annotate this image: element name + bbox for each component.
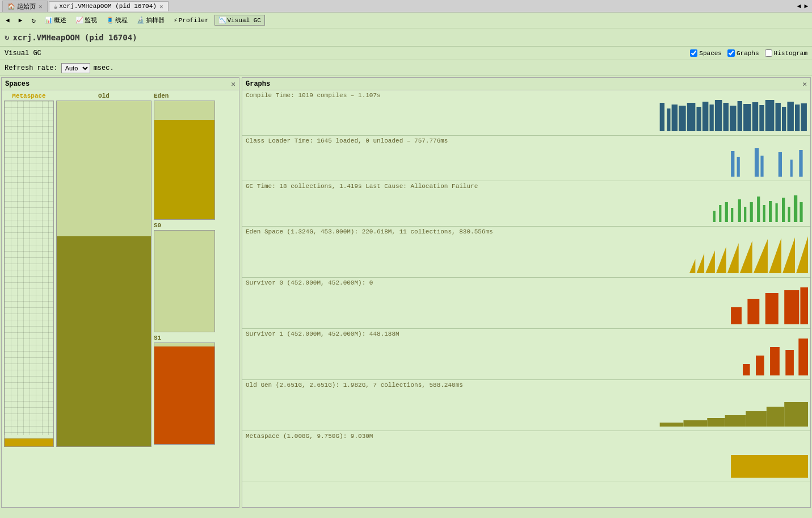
survivor1-row: Survivor 1 (452.000M, 452.000M): 448.188… xyxy=(242,329,810,380)
nav-forward-icon: ▶ xyxy=(19,16,23,24)
svg-rect-31 xyxy=(731,208,733,222)
histogram-checkbox[interactable] xyxy=(765,49,772,57)
page-title: xcrj.VMHeapOOM (pid 16704) xyxy=(12,33,137,42)
title-refresh-icon: ↻ xyxy=(5,32,9,42)
svg-rect-69 xyxy=(784,402,808,427)
monitor-icon: 📈 xyxy=(75,16,83,24)
start-tab-icon: 🏠 xyxy=(7,3,15,10)
svg-rect-57 xyxy=(800,287,808,324)
gc-time-row: GC Time: 18 collections, 1.419s Last Cau… xyxy=(242,181,810,227)
s1-section: S1 xyxy=(154,335,215,445)
svg-rect-68 xyxy=(767,407,784,427)
svg-marker-46 xyxy=(716,247,726,273)
s1-label: S1 xyxy=(154,335,215,341)
eden-space-title: Eden Space (1.324G, 453.000M): 220.618M,… xyxy=(242,227,810,235)
refresh-rate-label: Refresh rate: xyxy=(5,64,58,72)
class-loader-title: Class Loader Time: 1645 loaded, 0 unload… xyxy=(242,136,810,144)
svg-rect-19 xyxy=(795,105,800,131)
s1-block xyxy=(154,342,215,445)
svg-marker-48 xyxy=(740,241,752,273)
win-nav-back[interactable]: ◀ xyxy=(796,2,803,10)
svg-rect-16 xyxy=(776,103,781,131)
visualgc-label: Visual GC xyxy=(228,17,261,24)
survivor0-title: Survivor 0 (452.000M, 452.000M): 0 xyxy=(242,278,810,286)
svg-rect-12 xyxy=(743,104,751,131)
profiler-icon: ⚡ xyxy=(174,16,178,24)
svg-rect-37 xyxy=(769,201,772,222)
svg-rect-39 xyxy=(782,198,785,222)
sampler-label: 抽样器 xyxy=(146,16,165,24)
overview-icon: 📊 xyxy=(45,16,53,24)
jvm-tab-icon: ☕ xyxy=(54,3,58,10)
win-nav-forward[interactable]: ▶ xyxy=(802,2,810,10)
histogram-checkbox-text: Histogram xyxy=(774,50,807,57)
old-gen-row: Old Gen (2.651G, 2.651G): 1.982G, 7 coll… xyxy=(242,380,810,431)
svg-rect-53 xyxy=(731,307,742,324)
svg-rect-20 xyxy=(801,103,806,131)
metaspace-label: Metaspace xyxy=(12,93,45,99)
nav-visualgc[interactable]: 📉 Visual GC xyxy=(214,15,265,26)
old-fill xyxy=(57,236,151,446)
compile-time-row: Compile Time: 1019 compiles – 1.107s xyxy=(242,90,810,136)
spaces-checkbox-label[interactable]: Spaces xyxy=(690,49,722,57)
browser-tab-jvm[interactable]: ☕ xcrj.VMHeapOOM (pid 16704) ✕ xyxy=(49,1,169,11)
svg-rect-11 xyxy=(738,101,742,131)
svg-rect-14 xyxy=(759,105,764,131)
old-block xyxy=(56,101,152,447)
metaspace-row: Metaspace (1.008G, 9.750G): 9.030M xyxy=(242,431,810,482)
svg-rect-62 xyxy=(798,339,808,375)
nav-threads[interactable]: 🧵 线程 xyxy=(103,15,131,26)
metaspace-column: Metaspace xyxy=(4,93,54,447)
nav-profiler[interactable]: ⚡ Profiler xyxy=(170,15,212,25)
old-label: Old xyxy=(98,93,110,99)
svg-rect-38 xyxy=(776,203,778,222)
metaspace-graph-title: Metaspace (1.008G, 9.750G): 9.030M xyxy=(242,431,810,440)
spaces-panel-title: Spaces xyxy=(5,80,30,88)
svg-rect-54 xyxy=(747,299,759,324)
graphs-panel-title: Graphs xyxy=(246,80,270,88)
s0-section: S0 xyxy=(154,222,215,332)
s1-fill xyxy=(154,346,214,444)
eden-block xyxy=(154,101,215,220)
nav-sampler[interactable]: 🔬 抽样器 xyxy=(133,15,168,26)
svg-rect-34 xyxy=(750,202,753,222)
metaspace-fill xyxy=(5,438,53,446)
graphs-checkbox[interactable] xyxy=(727,49,735,57)
nav-refresh-btn[interactable]: ↻ xyxy=(28,15,39,26)
svg-rect-28 xyxy=(713,211,716,222)
compile-time-area xyxy=(245,100,808,134)
nav-monitor[interactable]: 📈 监视 xyxy=(72,15,100,26)
nav-back-btn[interactable]: ◀ xyxy=(2,15,13,25)
eden-section: Eden xyxy=(154,93,215,220)
old-gen-title: Old Gen (2.651G, 2.651G): 1.982G, 7 coll… xyxy=(242,380,810,389)
svg-marker-44 xyxy=(696,253,704,273)
graphs-checkbox-label[interactable]: Graphs xyxy=(727,49,759,57)
threads-icon: 🧵 xyxy=(106,16,114,24)
svg-rect-4 xyxy=(687,103,696,131)
histogram-checkbox-label[interactable]: Histogram xyxy=(765,49,807,57)
overview-label: 概述 xyxy=(54,16,66,24)
svg-rect-9 xyxy=(723,103,729,131)
spaces-panel-close[interactable]: ✕ xyxy=(231,80,235,89)
svg-rect-13 xyxy=(752,102,758,131)
browser-tab-start[interactable]: 🏠 起始页 ✕ xyxy=(2,1,48,12)
refresh-rate-select[interactable]: Auto 100 200 500 1000 2000 xyxy=(61,63,90,73)
survivor1-area xyxy=(245,339,808,378)
nav-forward-btn[interactable]: ▶ xyxy=(15,15,26,25)
profiler-label: Profiler xyxy=(179,17,209,24)
svg-rect-7 xyxy=(709,105,713,131)
svg-rect-29 xyxy=(719,205,721,222)
svg-rect-23 xyxy=(755,148,759,177)
svg-rect-24 xyxy=(760,156,763,177)
visualgc-subtitle: Visual GC xyxy=(5,49,41,57)
spaces-checkbox[interactable] xyxy=(690,49,697,57)
eden-space-area xyxy=(245,236,808,276)
svg-rect-25 xyxy=(779,152,782,177)
svg-rect-8 xyxy=(715,100,722,131)
gc-time-area xyxy=(245,191,808,225)
start-tab-label: 起始页 xyxy=(17,2,36,11)
svg-rect-1 xyxy=(667,108,670,131)
nav-overview[interactable]: 📊 概述 xyxy=(41,15,70,26)
svg-rect-59 xyxy=(756,356,764,375)
graphs-panel-close[interactable]: ✕ xyxy=(802,80,807,89)
